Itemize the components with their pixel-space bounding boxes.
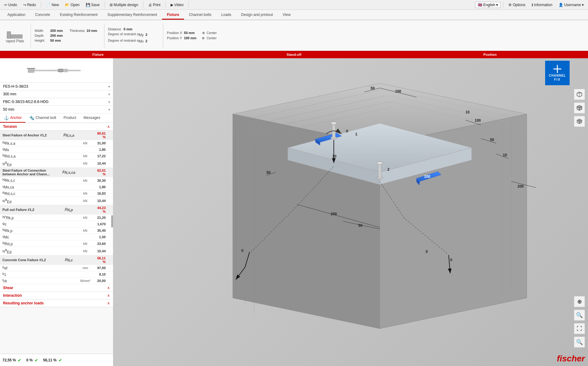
shear-arrow: ∧	[107, 286, 110, 290]
sub-tab-standoff[interactable]: Stand-off	[196, 51, 392, 58]
separator-5	[188, 2, 189, 8]
table-row: γMc 1,50	[0, 234, 113, 240]
table-row: fck N/mm² 20,00	[0, 277, 113, 284]
tab-fixture[interactable]: Fixture	[162, 11, 184, 20]
row-symbol	[60, 227, 78, 234]
table-row: NaEd kN 10,44	[0, 196, 113, 205]
svg-rect-14	[58, 69, 64, 70]
print-label: Print	[153, 3, 160, 7]
row-unit: kN	[78, 227, 93, 234]
dropdown-length[interactable]: 300 mm ▾	[0, 90, 113, 98]
pos-y-value: 100 mm	[184, 36, 198, 40]
row-unit	[78, 147, 93, 153]
row-unit	[78, 184, 93, 190]
multiple-design-label: Multiple design	[114, 3, 138, 7]
fixture-preview	[0, 58, 113, 83]
save-button[interactable]: 💾 Save	[83, 2, 102, 8]
row-unit: kN	[78, 190, 93, 196]
information-button[interactable]: ℹ Information	[529, 2, 555, 8]
row-value: 8,10	[93, 271, 108, 277]
shear-section-header[interactable]: Shear ∧	[0, 284, 113, 292]
undo-label: Undo	[8, 3, 17, 7]
row-value: 1,80	[93, 147, 108, 153]
sub-tab-fixture[interactable]: Fixture	[0, 51, 196, 58]
row-value: 1,670	[93, 221, 108, 227]
height-label: Height	[35, 39, 48, 42]
resulting-loads-section-header[interactable]: Resulting anchor loads ∧	[0, 299, 113, 307]
dim-200-right: 200	[518, 184, 524, 189]
video-button[interactable]: ▶ Video	[168, 2, 186, 8]
undo-button[interactable]: ↩ Undo	[2, 2, 20, 8]
dim-50-top: 50	[371, 86, 375, 90]
pos-x-align: ⊕	[202, 31, 205, 35]
tab-application[interactable]: Application	[2, 11, 30, 20]
dropdown-product[interactable]: FBC-S-38/23-M12-8.8-HDG ▾	[0, 98, 113, 106]
sub-tabs: Fixture Stand-off Position	[0, 51, 588, 58]
open-button[interactable]: 📂 Open	[62, 2, 82, 8]
row-label: Pull out Failure #1,2	[0, 205, 60, 214]
status-item-3: 56,11 % ✔	[43, 358, 62, 363]
dropdown-series[interactable]: FES-H-S-38/23 ▾	[0, 83, 113, 90]
row-value: 10,44	[93, 196, 108, 205]
multiple-design-button[interactable]: ⊞ Multiple design	[107, 2, 141, 8]
status-pct-1: 72,55 %	[2, 358, 16, 362]
undo-icon: ↩	[4, 3, 7, 7]
tab-design-printout[interactable]: Design and printout	[236, 11, 278, 20]
distance-value: 0 mm	[124, 27, 138, 31]
table-row: Steel Failure of Anchor #1,2 βN,s,a 60,6…	[0, 131, 113, 140]
results-panel[interactable]: Tension ∧ Steel Failure of Anchor #1,2 β…	[0, 123, 113, 354]
row-symbol	[60, 140, 78, 147]
tab-view[interactable]: View	[278, 11, 296, 20]
interaction-section-header[interactable]: Interaction ∧	[0, 292, 113, 299]
print-icon: 🖨	[148, 3, 152, 7]
tab-channel-bolts[interactable]: Channel bolts	[184, 11, 216, 20]
row-value: 10,44	[93, 159, 108, 168]
tab-existing-reinforcement[interactable]: Existing Reinforcement	[55, 11, 102, 20]
left-panel: FES-H-S-38/23 ▾ 300 mm ▾ FBC-S-38/23-M12…	[0, 58, 113, 366]
tension-table: Steel Failure of Anchor #1,2 βN,s,a 60,6…	[0, 131, 113, 284]
params-bar: L-Shaped Plate Up Width 200 mm Thickness…	[0, 20, 588, 51]
row-label: NRk,p	[0, 227, 60, 234]
print-button[interactable]: 🖨 Print	[146, 2, 163, 8]
dropdown-product-value: FBC-S-38/23-M12-8.8-HDG	[3, 100, 49, 104]
svg-point-17	[65, 70, 66, 71]
row-unit: N/mm²	[78, 277, 93, 284]
username-button[interactable]: 👤 Username ▾	[556, 2, 586, 8]
row-unit: kN	[78, 214, 93, 221]
dropdown-series-value: FES-H-S-38/23	[3, 84, 28, 89]
svg-rect-3	[28, 68, 34, 72]
row-label: NRd,s,a	[0, 153, 60, 159]
video-label: Video	[174, 3, 183, 7]
row-value: 44,23 %	[93, 205, 108, 214]
3d-view[interactable]: CHANNEL FIX	[113, 58, 588, 366]
sub-tab-position[interactable]: Position	[392, 51, 588, 58]
table-row: Steel Failure of Connection between Anch…	[0, 168, 113, 177]
row-unit	[78, 255, 93, 265]
dim-50-bottom: 50	[358, 223, 363, 228]
row-label: NRk,s,c	[0, 177, 60, 184]
svg-rect-60	[378, 163, 381, 178]
tab-concrete[interactable]: Concrete	[30, 11, 55, 20]
row-unit: kN	[78, 247, 93, 255]
resulting-loads-arrow: ∧	[107, 301, 110, 305]
dim-50-bl: 50	[266, 170, 271, 175]
tab-product[interactable]: Product	[60, 113, 80, 123]
tab-supplementary-reinforcement[interactable]: Supplementary Reinforcement	[103, 11, 162, 20]
degree-mx-label: Degree of restraint αMx	[108, 39, 144, 44]
dim-10-right: 10	[503, 153, 507, 157]
svg-rect-15	[58, 71, 64, 72]
tab-messages[interactable]: Messages	[80, 113, 104, 123]
dropdown-size[interactable]: 50 mm ▾	[0, 106, 113, 113]
options-button[interactable]: ⚙ Options	[506, 2, 528, 8]
redo-button[interactable]: ↪ Redo	[21, 2, 39, 8]
tab-channel-bolt[interactable]: 🔩 Channel bolt	[25, 113, 60, 123]
new-button[interactable]: 📄 New	[43, 2, 61, 8]
dim-100-top: 100	[395, 89, 401, 93]
language-button[interactable]: 🇬🇧 English ▾	[475, 2, 501, 8]
width-value: 200 mm	[50, 29, 64, 32]
tension-section-header[interactable]: Tension ∧	[0, 123, 113, 131]
row-symbol	[60, 177, 78, 184]
tab-loads[interactable]: Loads	[216, 11, 236, 20]
tab-anchor[interactable]: ⚓ Anchor	[0, 113, 25, 123]
row-symbol	[60, 234, 78, 240]
